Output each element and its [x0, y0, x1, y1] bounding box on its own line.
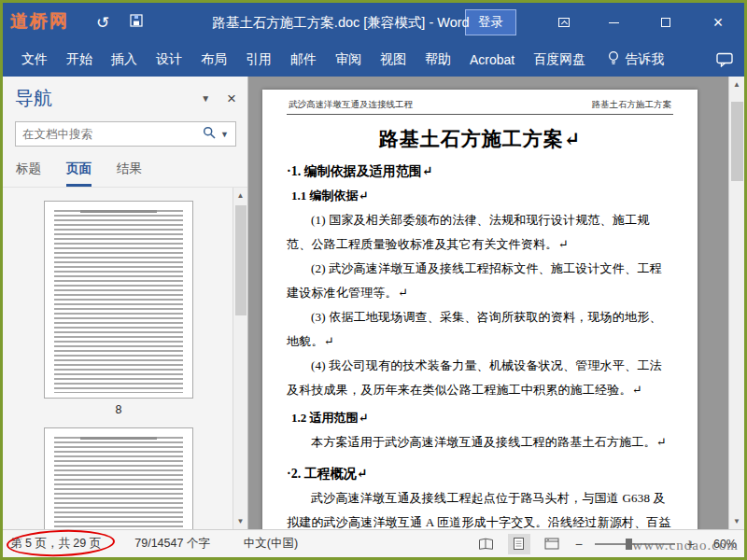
doc-paragraph[interactable]: 武沙高速洋墩互通及接线工程起点位于路马头村，与国道 G638 及拟建的武沙高速洋… — [287, 486, 673, 529]
navigation-header: 导航 ▼ × — [3, 77, 247, 113]
undo-icon[interactable]: ↺ — [96, 15, 109, 31]
thumbnail-content — [54, 210, 183, 393]
zoom-out-button[interactable]: − — [573, 537, 585, 552]
doc-heading-2[interactable]: ·2. 工程概况↵ — [287, 466, 673, 483]
nav-close-icon[interactable]: × — [227, 91, 236, 106]
nav-tabs: 标题 页面 结果 — [3, 147, 247, 188]
title-bar: 道桥网 ↺ 路基土石方施工方案.doc [兼容模式] - Word 登录 × — [3, 3, 744, 42]
nav-tab-results[interactable]: 结果 — [117, 161, 142, 187]
scroll-down-icon[interactable]: ▼ — [237, 513, 245, 529]
page-thumbnail[interactable] — [44, 427, 193, 529]
zoom-slider-thumb[interactable] — [626, 539, 632, 550]
doc-paragraph[interactable]: (3) 依据工地现场调查、采集、咨询所获取的资料，现场的地形、地貌。↵ — [287, 305, 673, 354]
search-input[interactable] — [22, 128, 203, 141]
maximize-icon — [661, 18, 670, 27]
thumbnail-page-number: 8 — [44, 403, 193, 416]
scroll-up-icon[interactable]: ▲ — [733, 77, 740, 92]
nav-options-dropdown-icon[interactable]: ▼ — [201, 93, 210, 104]
tell-me-button[interactable]: 告诉我 — [608, 50, 664, 68]
navigation-pane: 导航 ▼ × ▼ 标题 页面 结果 8 — [3, 77, 248, 529]
tab-view[interactable]: 视图 — [371, 43, 416, 77]
page-header-right: 路基土石方施工方案 — [592, 99, 672, 111]
document-area: 武沙高速洋墩互通及连接线工程 路基土石方施工方案 路基土石方施工方案↵ ·1. … — [248, 77, 744, 529]
document-scrollbar-thumb[interactable] — [731, 102, 743, 181]
print-layout-icon[interactable] — [508, 534, 530, 554]
page-thumbnail[interactable] — [44, 201, 193, 399]
zoom-in-button[interactable]: + — [685, 537, 697, 552]
quick-access-toolbar: ↺ — [96, 14, 143, 31]
page-indicator[interactable]: 第 5 页，共 29 页 — [10, 536, 101, 552]
navigation-title: 导航 — [15, 86, 201, 111]
web-layout-icon[interactable] — [541, 534, 563, 554]
tab-help[interactable]: 帮助 — [416, 43, 460, 77]
status-bar: 第 5 页，共 29 页 79/14547 个字 中文(中国) − + 60% … — [3, 529, 744, 557]
tab-baidu-netdisk[interactable]: 百度网盘 — [524, 43, 595, 77]
login-button[interactable]: 登录 — [465, 9, 516, 35]
page-thumbnails: 8 ▲ ▼ — [3, 188, 247, 529]
scroll-up-icon[interactable]: ▲ — [237, 188, 245, 203]
tab-file[interactable]: 文件 — [12, 43, 57, 77]
doc-heading-1-1[interactable]: 1.1 编制依据↵ — [287, 188, 673, 204]
doc-heading-1-2[interactable]: 1.2 适用范围↵ — [287, 410, 673, 427]
nav-search-box: ▼ — [15, 121, 236, 147]
page-header: 武沙高速洋墩互通及连接线工程 路基土石方施工方案 — [287, 97, 673, 115]
page-header-left: 武沙高速洋墩互通及连接线工程 — [289, 99, 413, 111]
status-left: 第 5 页，共 29 页 79/14547 个字 中文(中国) — [3, 536, 298, 552]
save-icon[interactable] — [130, 14, 143, 31]
tab-references[interactable]: 引用 — [236, 43, 281, 77]
document-page[interactable]: 武沙高速洋墩互通及连接线工程 路基土石方施工方案 路基土石方施工方案↵ ·1. … — [262, 90, 698, 529]
comment-icon[interactable] — [716, 52, 733, 67]
doc-paragraph[interactable]: (1) 国家及相关部委颁布的法律、法规和现行设计规范、施工规范、公路工程质量验收… — [287, 208, 673, 257]
word-window: 道桥网 ↺ 路基土石方施工方案.doc [兼容模式] - Word 登录 × 文… — [0, 0, 747, 560]
document-scrollbar[interactable]: ▲ ▼ — [728, 77, 744, 529]
ribbon-tab-bar: 文件 开始 插入 设计 布局 引用 邮件 审阅 视图 帮助 Acrobat 百度… — [3, 42, 744, 77]
doc-paragraph[interactable]: (2) 武沙高速洋墩互通及接线工程招标文件、施工设计文件、工程建设标准化管理等。… — [287, 257, 673, 305]
tab-acrobat[interactable]: Acrobat — [460, 44, 524, 76]
minimize-icon — [609, 22, 619, 23]
window-title: 路基土石方施工方案.doc [兼容模式] - Word — [171, 14, 511, 32]
search-icon[interactable] — [203, 126, 216, 143]
maximize-button[interactable] — [640, 3, 692, 42]
nav-scrollbar[interactable]: ▲ ▼ — [233, 188, 247, 529]
minimize-button[interactable] — [587, 3, 640, 42]
read-mode-icon[interactable] — [475, 534, 498, 554]
search-controls: ▼ — [203, 126, 229, 143]
tell-me-label: 告诉我 — [625, 51, 664, 68]
daoqiao-watermark: 道桥网 — [10, 9, 69, 34]
word-count[interactable]: 79/14547 个字 — [134, 536, 210, 552]
tab-review[interactable]: 审阅 — [326, 43, 371, 77]
tab-insert[interactable]: 插入 — [102, 43, 147, 77]
titlebar-right-controls: 登录 × — [465, 3, 744, 42]
tab-layout[interactable]: 布局 — [191, 43, 236, 77]
doc-heading-1[interactable]: ·1. 编制依据及适用范围↵ — [287, 163, 673, 180]
tab-mailings[interactable]: 邮件 — [281, 43, 326, 77]
tab-home[interactable]: 开始 — [57, 43, 102, 77]
zoom-percentage[interactable]: 60% — [707, 538, 737, 551]
language-indicator[interactable]: 中文(中国) — [244, 536, 298, 552]
status-right: − + 60% — [475, 534, 744, 554]
document-main-title[interactable]: 路基土石方施工方案↵ — [287, 126, 673, 152]
search-dropdown-icon[interactable]: ▼ — [220, 130, 229, 139]
nav-scrollbar-thumb[interactable] — [235, 205, 247, 315]
zoom-slider[interactable] — [595, 543, 675, 545]
tab-design[interactable]: 设计 — [147, 43, 191, 77]
doc-paragraph[interactable]: 本方案适用于武沙高速洋墩互通及接线工程的路基土石方施工。↵ — [287, 430, 673, 455]
thumbnail-content — [54, 437, 183, 529]
close-button[interactable]: × — [692, 3, 744, 42]
nav-tab-headings[interactable]: 标题 — [16, 161, 41, 187]
nav-tab-pages[interactable]: 页面 — [66, 161, 92, 187]
scroll-down-icon[interactable]: ▼ — [733, 513, 740, 529]
main-area: 导航 ▼ × ▼ 标题 页面 结果 8 — [3, 77, 744, 529]
doc-paragraph[interactable]: (4) 我公司现有的技术装备力量、机械设备状况、管理水平、工法及科技成果，及历年… — [287, 354, 673, 402]
ribbon-display-options-icon[interactable] — [541, 3, 587, 42]
lightbulb-icon — [608, 50, 619, 68]
